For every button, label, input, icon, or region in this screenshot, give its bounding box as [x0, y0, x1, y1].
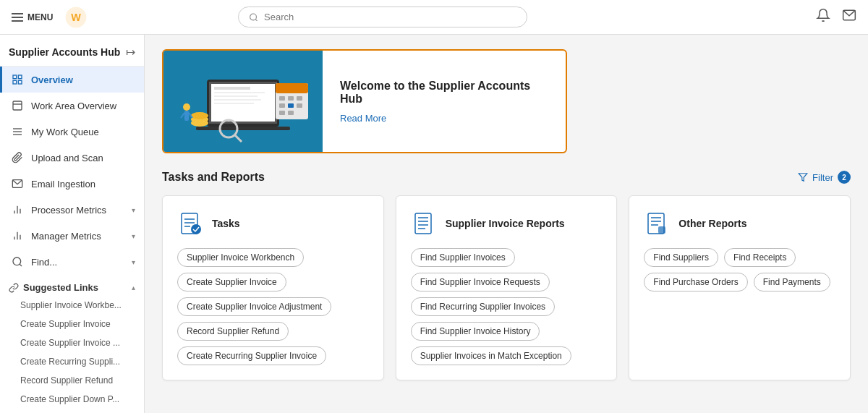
sidebar-item-email-ingestion[interactable]: Email Ingestion [0, 171, 144, 197]
sidebar-label-work-area-overview: Work Area Overview [31, 101, 116, 111]
filter-button[interactable]: Filter 2 [798, 171, 851, 184]
suggested-links-chevron-up[interactable]: ▴ [132, 284, 135, 291]
suggested-links-header: Suggested Links ▴ [0, 275, 144, 296]
sidebar-label-my-work-queue: My Work Queue [31, 127, 99, 137]
sidebar-label-processor-metrics: Processor Metrics [31, 205, 106, 216]
pill-find-receipts[interactable]: Find Receipts [724, 248, 796, 267]
sidebar: Supplier Accounts Hub ↦ Overview Work Ar… [0, 35, 145, 413]
banner-image [163, 51, 323, 152]
svg-rect-27 [214, 87, 250, 90]
messages-icon[interactable] [842, 8, 856, 26]
sidebar-label-manager-metrics: Manager Metrics [31, 231, 101, 242]
suggested-link-2[interactable]: Create Supplier Invoice [0, 315, 144, 333]
pill-record-supplier-refund[interactable]: Record Supplier Refund [177, 322, 289, 341]
pill-find-payments[interactable]: Find Payments [754, 273, 830, 291]
suggested-link-6[interactable]: Create Supplier Down P... [0, 390, 144, 409]
other-reports-row-2: Find Purchase Orders Find Payments [644, 273, 835, 291]
tasks-card-icon [177, 210, 203, 237]
sidebar-label-find: Find... [31, 257, 57, 268]
work-area-icon [11, 99, 24, 112]
sidebar-title: Supplier Accounts Hub [9, 46, 120, 58]
banner-content: Welcome to the Supplier Accounts Hub Rea… [323, 65, 566, 138]
svg-rect-29 [214, 95, 258, 97]
other-reports-title: Other Reports [678, 218, 746, 229]
pill-create-supplier-invoice[interactable]: Create Supplier Invoice [177, 273, 286, 291]
svg-rect-41 [279, 103, 285, 108]
svg-rect-31 [214, 103, 254, 104]
suggested-link-1[interactable]: Supplier Invoice Workbe... [0, 296, 144, 315]
svg-rect-6 [18, 75, 22, 79]
svg-rect-39 [288, 96, 294, 101]
cards-grid: Tasks Supplier Invoice Workbench Create … [162, 195, 851, 380]
suggested-link-4[interactable]: Create Recurring Suppli... [0, 352, 144, 371]
sidebar-item-work-area-overview[interactable]: Work Area Overview [0, 93, 144, 119]
work-queue-icon [11, 125, 24, 138]
hamburger-icon [12, 13, 23, 22]
read-more-link[interactable]: Read More [340, 113, 386, 124]
search-icon [249, 12, 258, 22]
pill-create-recurring-supplier-invoice[interactable]: Create Recurring Supplier Invoice [177, 346, 326, 365]
pill-find-suppliers[interactable]: Find Suppliers [644, 248, 718, 267]
svg-rect-9 [13, 101, 22, 110]
suggested-link-5[interactable]: Record Supplier Refund [0, 371, 144, 390]
tasks-section-title: Tasks and Reports [162, 171, 265, 184]
filter-count-badge: 2 [838, 171, 851, 184]
sidebar-label-overview: Overview [31, 74, 73, 85]
sidebar-item-overview[interactable]: Overview [0, 67, 144, 93]
pill-find-supplier-invoice-requests[interactable]: Find Supplier Invoice Requests [411, 273, 550, 291]
pill-find-recurring-supplier-invoices[interactable]: Find Recurring Supplier Invoices [411, 297, 555, 316]
svg-rect-32 [196, 127, 290, 130]
supplier-invoice-reports-card: Supplier Invoice Reports Find Supplier I… [396, 195, 618, 380]
sidebar-item-find[interactable]: Find... ▾ [0, 249, 144, 275]
sidebar-label-upload-and-scan: Upload and Scan [31, 153, 103, 163]
svg-rect-42 [288, 103, 294, 108]
notification-icon[interactable] [816, 8, 830, 26]
other-reports-pill-list: Find Suppliers Find Receipts Find Purcha… [644, 248, 835, 291]
chevron-down-icon-2: ▾ [132, 232, 135, 240]
pill-find-supplier-invoice-history[interactable]: Find Supplier Invoice History [411, 322, 540, 341]
topbar: MENU W [0, 0, 868, 35]
sidebar-item-upload-and-scan[interactable]: Upload and Scan [0, 145, 144, 171]
svg-rect-45 [288, 111, 294, 115]
sidebar-label-email-ingestion: Email Ingestion [31, 179, 95, 190]
search-bar[interactable] [238, 7, 527, 27]
pill-find-supplier-invoices[interactable]: Find Supplier Invoices [411, 248, 515, 267]
svg-point-58 [191, 224, 201, 234]
search-input[interactable] [264, 12, 516, 22]
pill-supplier-invoices-in-match-exception[interactable]: Supplier Invoices in Match Exception [411, 346, 571, 365]
pill-create-supplier-invoice-adjustment[interactable]: Create Supplier Invoice Adjustment [177, 297, 331, 316]
chevron-down-icon-3: ▾ [132, 258, 135, 266]
menu-label: MENU [27, 12, 53, 22]
sidebar-item-manager-metrics[interactable]: Manager Metrics ▾ [0, 223, 144, 249]
sidebar-header: Supplier Accounts Hub ↦ [0, 35, 144, 67]
filter-icon [798, 172, 808, 182]
tasks-card: Tasks Supplier Invoice Workbench Create … [162, 195, 384, 380]
svg-rect-8 [13, 80, 17, 84]
sidebar-item-processor-metrics[interactable]: Processor Metrics ▾ [0, 197, 144, 223]
pill-find-purchase-orders[interactable]: Find Purchase Orders [644, 273, 747, 291]
tasks-pill-list: Supplier Invoice Workbench Create Suppli… [177, 248, 369, 365]
menu-button[interactable]: MENU [12, 12, 53, 22]
svg-point-48 [183, 103, 190, 111]
svg-point-21 [13, 257, 21, 265]
pill-supplier-invoice-workbench[interactable]: Supplier Invoice Workbench [177, 248, 304, 267]
tasks-card-header: Tasks [177, 210, 369, 237]
svg-point-2 [250, 14, 257, 20]
main-content: Welcome to the Supplier Accounts Hub Rea… [145, 35, 868, 413]
manager-metrics-icon [11, 229, 24, 242]
pin-icon[interactable]: ↦ [126, 45, 135, 59]
other-reports-icon [644, 210, 670, 237]
svg-point-35 [191, 112, 208, 119]
sidebar-item-my-work-queue[interactable]: My Work Queue [0, 119, 144, 145]
supplier-invoice-reports-title: Supplier Invoice Reports [446, 218, 565, 229]
link-icon [9, 283, 19, 293]
other-reports-header: Other Reports [644, 210, 835, 237]
suggested-link-3[interactable]: Create Supplier Invoice ... [0, 333, 144, 352]
svg-marker-52 [799, 174, 807, 182]
overview-icon [11, 73, 24, 86]
welcome-banner: Welcome to the Supplier Accounts Hub Rea… [162, 49, 567, 153]
svg-rect-40 [297, 96, 302, 101]
svg-line-22 [20, 264, 22, 266]
processor-metrics-icon [11, 203, 24, 216]
svg-rect-38 [279, 96, 285, 101]
